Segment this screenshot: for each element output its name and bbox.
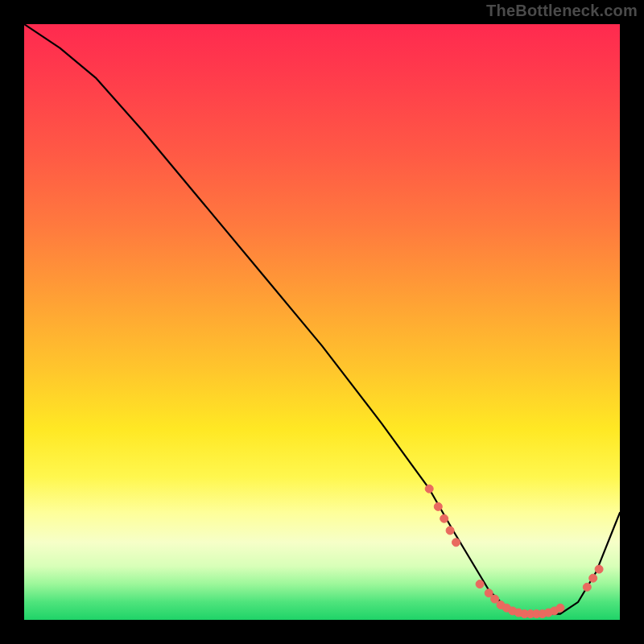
watermark-text: TheBottleneck.com — [486, 2, 638, 20]
plot-area — [24, 24, 620, 620]
chart-frame: TheBottleneck.com — [0, 0, 644, 644]
